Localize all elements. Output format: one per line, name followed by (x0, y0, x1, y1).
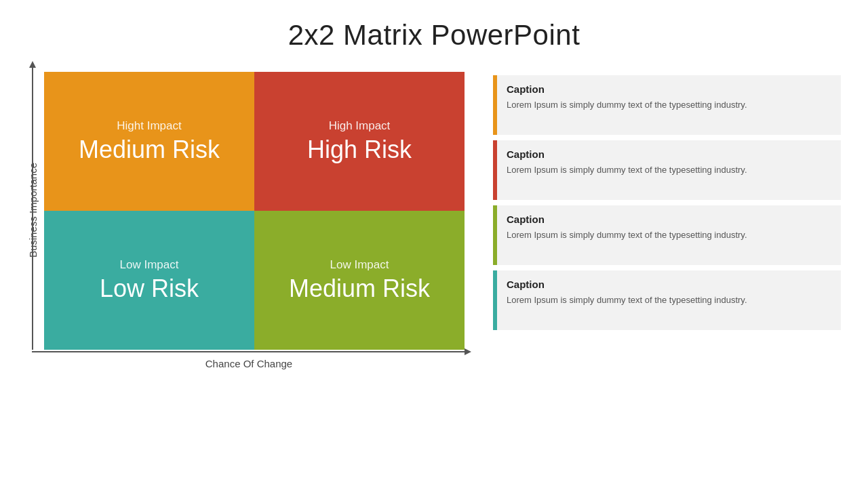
caption-card-4: Caption Lorem Ipsum is simply dummy text… (493, 270, 841, 330)
cell-bottom-right: Low Impact Medium Risk (254, 211, 465, 350)
cell-top-left-subtitle: Hight Impact (117, 119, 181, 133)
caption-title-2: Caption (507, 148, 747, 160)
caption-title-3: Caption (507, 214, 747, 225)
caption-text-2: Lorem Ipsum is simply dummy text of the … (507, 164, 747, 176)
caption-title-1: Caption (507, 83, 747, 95)
cell-top-right-subtitle: High Impact (329, 119, 391, 133)
caption-card-3: Caption Lorem Ipsum is simply dummy text… (493, 205, 841, 265)
cell-bottom-left-title: Low Risk (100, 274, 199, 303)
caption-card-1: Caption Lorem Ipsum is simply dummy text… (493, 75, 841, 135)
x-axis-line (32, 351, 466, 352)
cell-top-right: High Impact High Risk (254, 72, 465, 211)
caption-text-1: Lorem Ipsum is simply dummy text of the … (507, 99, 747, 111)
captions-area: Caption Lorem Ipsum is simply dummy text… (493, 75, 841, 330)
cell-bottom-right-title: Medium Risk (289, 274, 430, 303)
cell-bottom-right-subtitle: Low Impact (330, 258, 389, 272)
cell-top-left-title: Medium Risk (79, 136, 220, 164)
caption-text-4: Lorem Ipsum is simply dummy text of the … (507, 294, 747, 306)
chart-area: Business Importance Hight Impact Medium … (27, 72, 466, 369)
caption-body-2: Caption Lorem Ipsum is simply dummy text… (497, 140, 757, 200)
caption-text-3: Lorem Ipsum is simply dummy text of the … (507, 229, 747, 241)
caption-body-1: Caption Lorem Ipsum is simply dummy text… (497, 75, 757, 135)
cell-top-left: Hight Impact Medium Risk (44, 72, 254, 211)
cell-top-right-title: High Risk (307, 136, 412, 164)
x-axis-label: Chance Of Change (205, 358, 292, 369)
x-axis-container: Chance Of Change (44, 351, 466, 369)
matrix-grid: Hight Impact Medium Risk High Impact Hig… (44, 72, 465, 350)
caption-body-3: Caption Lorem Ipsum is simply dummy text… (497, 205, 757, 265)
main-content: Business Importance Hight Impact Medium … (0, 72, 868, 369)
page-title: 2x2 Matrix PowerPoint (288, 19, 580, 52)
y-axis-line (32, 65, 33, 350)
caption-title-4: Caption (507, 279, 747, 290)
caption-card-2: Caption Lorem Ipsum is simply dummy text… (493, 140, 841, 200)
chart-with-axes: Hight Impact Medium Risk High Impact Hig… (44, 72, 466, 369)
cell-bottom-left-subtitle: Low Impact (120, 258, 179, 272)
cell-bottom-left: Low Impact Low Risk (44, 211, 254, 350)
caption-body-4: Caption Lorem Ipsum is simply dummy text… (497, 270, 757, 330)
